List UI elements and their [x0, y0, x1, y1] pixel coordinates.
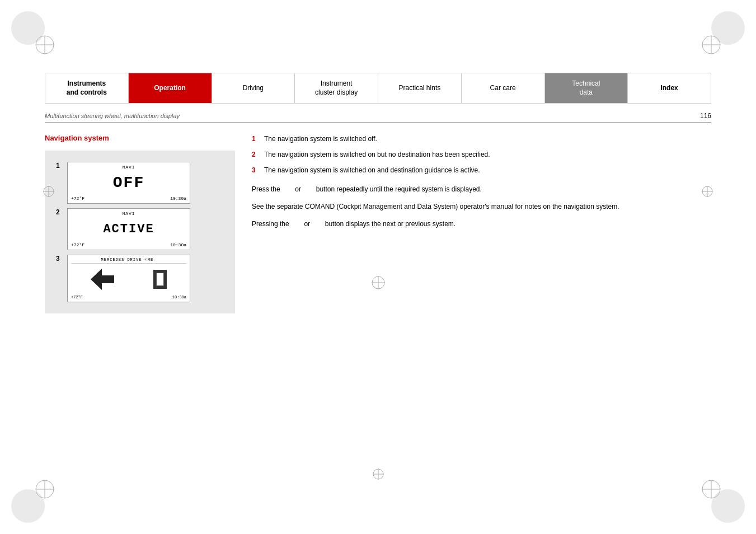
lcd-time-1: 10:30a [170, 196, 186, 201]
display-container: 1 NAVI OFF +72°F 10:30a 2 NAVI [45, 151, 235, 313]
lcd-main-text-1: OFF [71, 174, 186, 191]
lcd-screen-1: NAVI OFF +72°F 10:30a [67, 162, 190, 204]
nav-rect-icon [153, 270, 167, 289]
watermark-tr [711, 11, 745, 45]
description-2: 2 The navigation system is switched on b… [252, 149, 711, 160]
lcd-bottom-3: +72°F 10:30a [71, 295, 186, 299]
section-title: Navigation system [45, 134, 235, 142]
nav-technical-data[interactable]: Technical data [545, 73, 628, 103]
description-1: 1 The navigation system is switched off. [252, 134, 711, 144]
lcd-bottom-1: +72°F 10:30a [71, 196, 186, 201]
lcd-temp-3: +72°F [71, 295, 83, 299]
page-number: 116 [700, 112, 711, 120]
description-text-2: The navigation system is switched on but… [264, 149, 490, 160]
description-text-1: The navigation system is switched off. [264, 134, 377, 144]
display-number-2: 2 [56, 208, 63, 216]
nav-instruments-controls[interactable]: Instruments and controls [45, 73, 129, 103]
nav-operation[interactable]: Operation [129, 73, 212, 103]
crosshair-right-mid [701, 185, 714, 198]
watermark-tl [11, 11, 45, 45]
paragraph-3: Pressing the or button displays the next… [252, 219, 711, 229]
display-item-1: 1 NAVI OFF +72°F 10:30a [56, 162, 224, 204]
navigation-bar: Instruments and controls Operation Drivi… [45, 73, 711, 104]
lcd-screen-2: NAVI ACTIVE +72°F 10:30a [67, 208, 190, 250]
list-num-1: 1 [252, 134, 260, 144]
lcd-time-2: 10:30a [170, 242, 186, 247]
watermark-bl [11, 489, 45, 523]
paragraph-1: Press the or button repeatedly until the… [252, 184, 711, 195]
content-area: Multifunction steering wheel, multifunct… [45, 112, 711, 489]
crosshair-left-mid [42, 185, 55, 198]
lcd-screen-3: MERCEDES DRIVE <MB- [67, 255, 190, 302]
nav-index[interactable]: Index [628, 73, 711, 103]
left-column: Navigation system 1 NAVI OFF +72°F 10:30… [45, 134, 235, 313]
display-item-2: 2 NAVI ACTIVE +72°F 10:30a [56, 208, 224, 250]
subtitle-text: Multifunction steering wheel, multifunct… [45, 113, 180, 119]
nav-car-care[interactable]: Car care [462, 73, 545, 103]
nav-practical-hints[interactable]: Practical hints [378, 73, 462, 103]
svg-marker-15 [91, 269, 114, 290]
lcd-title-3: MERCEDES DRIVE <MB- [71, 257, 186, 264]
list-num-2: 2 [252, 149, 260, 160]
lcd-temp-2: +72°F [71, 242, 84, 247]
nav-driving[interactable]: Driving [212, 73, 295, 103]
display-number-3: 3 [56, 255, 63, 263]
lcd-label-1: NAVI [71, 165, 186, 170]
nav-instrument-cluster[interactable]: Instrument cluster display [295, 73, 378, 103]
description-3: 3 The navigation system is switched on a… [252, 165, 711, 175]
lcd-label-2: NAVI [71, 211, 186, 216]
lcd-nav-icons [71, 264, 186, 295]
description-text-3: The navigation system is switched on and… [264, 165, 480, 175]
nav-arrow-icon [91, 269, 114, 290]
lcd-temp-1: +72°F [71, 196, 84, 201]
lcd-main-text-2: ACTIVE [71, 222, 186, 236]
display-item-3: 3 MERCEDES DRIVE <MB- [56, 255, 224, 302]
lcd-time-3: 10:30a [172, 295, 186, 299]
display-number-1: 1 [56, 162, 63, 170]
crosshair-bottom-center [372, 467, 385, 481]
paragraph-2: See the separate COMAND (Cockpit Managem… [252, 202, 711, 212]
watermark-br [711, 489, 745, 523]
lcd-bottom-2: +72°F 10:30a [71, 242, 186, 247]
subtitle-bar: Multifunction steering wheel, multifunct… [45, 112, 711, 123]
list-num-3: 3 [252, 165, 260, 175]
main-content: Navigation system 1 NAVI OFF +72°F 10:30… [45, 134, 711, 313]
descriptions-list: 1 The navigation system is switched off.… [252, 134, 711, 175]
right-column: 1 The navigation system is switched off.… [252, 134, 711, 313]
